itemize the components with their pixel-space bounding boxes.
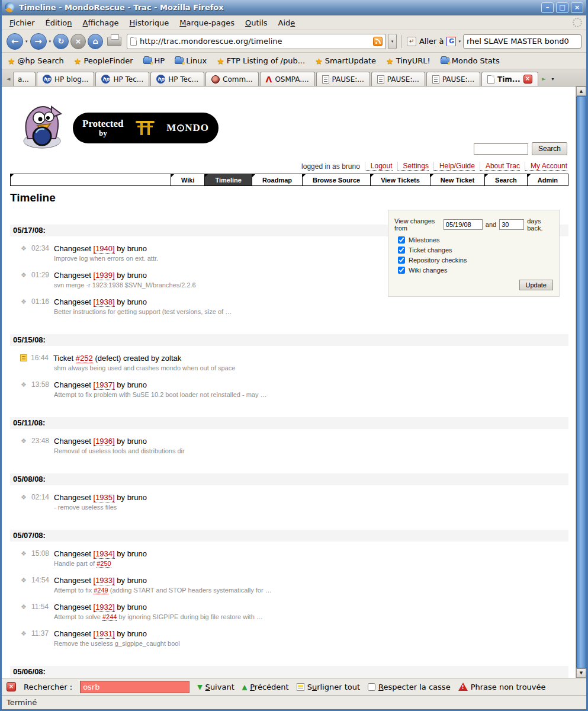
minimize-button[interactable]: – [541, 2, 554, 13]
nav-wiki[interactable]: Wiki [171, 174, 205, 186]
update-button[interactable]: Update [519, 280, 553, 290]
url-input[interactable] [140, 37, 370, 46]
menu-outils[interactable]: Outils [240, 17, 273, 29]
close-button[interactable]: × [571, 2, 583, 13]
ticket-ref-link[interactable]: #249 [94, 587, 108, 594]
tab-hp-blog[interactable]: hpHP blog... [37, 72, 94, 86]
bookmark-mondo-stats-folder[interactable]: Mondo Stats [441, 56, 500, 65]
trac-search-input[interactable] [474, 143, 528, 155]
home-button[interactable]: ⌂ [88, 34, 103, 49]
ticket-changes-row[interactable]: Ticket changes [398, 246, 553, 254]
match-case-toggle[interactable]: Respecter la casse [368, 683, 451, 691]
go-icon[interactable]: ↵ [407, 37, 416, 46]
bookmark-peoplefinder[interactable]: ★PeopleFinder [74, 56, 133, 66]
milestones-checkbox[interactable] [398, 236, 405, 244]
tab-list-dropdown[interactable]: ▾ [549, 72, 557, 86]
bookmark-smartupdate[interactable]: ★SmartUpdate [315, 56, 376, 66]
date-from-input[interactable] [444, 219, 483, 230]
repository-checkins-row[interactable]: Repository checkins [398, 257, 553, 264]
changeset-link[interactable]: [1939] [94, 271, 115, 280]
metanav-settings[interactable]: Settings [397, 162, 429, 171]
nav-admin[interactable]: Admin [527, 174, 568, 186]
metanav-my-account[interactable]: My Account [525, 162, 567, 171]
ticket-changes-checkbox[interactable] [398, 246, 405, 254]
nav-view-tickets[interactable]: View Tickets [370, 174, 430, 186]
tab-a[interactable]: a... [13, 72, 36, 86]
stop-button[interactable]: × [70, 34, 86, 49]
tab-timeline-active[interactable]: Tim...× [481, 72, 538, 86]
changeset-link[interactable]: [1934] [94, 549, 115, 559]
metanav-about-trac[interactable]: About Trac [480, 162, 520, 171]
scrollbar-thumb[interactable] [576, 96, 586, 668]
nav-new-ticket[interactable]: New Ticket [430, 174, 485, 186]
tab-pause-1[interactable]: PAUSE:... [316, 72, 370, 86]
scroll-up-icon[interactable]: ▲ [576, 87, 586, 96]
scroll-down-icon[interactable]: ▼ [576, 668, 586, 678]
highlight-all-button[interactable]: Surligner tout [297, 683, 360, 691]
go-button[interactable]: Aller à [418, 37, 445, 46]
repository-checkins-checkbox[interactable] [398, 257, 405, 264]
bookmark-hp-folder[interactable]: HP [143, 56, 165, 65]
menu-edition[interactable]: Édition [40, 17, 78, 29]
tab-pause-3[interactable]: PAUSE:... [426, 72, 480, 86]
tab-osmpa[interactable]: ΛOSMPA.... [260, 72, 315, 86]
nav-search[interactable]: Search [484, 174, 528, 186]
menu-marque-pages[interactable]: Marque-pages [174, 17, 240, 29]
forward-history-dropdown[interactable]: ▾ [49, 39, 52, 44]
changeset-link[interactable]: [1937] [94, 380, 115, 390]
menu-aide[interactable]: Aide [273, 17, 301, 29]
rss-feed-icon[interactable] [373, 37, 383, 46]
print-button[interactable] [107, 37, 121, 46]
tab-close-icon[interactable]: × [523, 75, 532, 84]
mondorescue-penguin-logo[interactable] [16, 102, 68, 152]
find-input[interactable] [80, 681, 189, 693]
changeset-link[interactable]: [1931] [94, 629, 115, 639]
tab-pause-2[interactable]: PAUSE:... [371, 72, 425, 86]
back-history-dropdown[interactable]: ▾ [25, 39, 28, 44]
web-search-input[interactable] [463, 34, 581, 49]
ticket-ref-link[interactable]: #244 [102, 613, 117, 621]
days-back-input[interactable] [499, 219, 524, 230]
trac-search-button[interactable]: Search [532, 142, 567, 155]
menu-affichage[interactable]: Affichage [78, 17, 124, 29]
reload-button[interactable]: ↻ [53, 34, 69, 49]
find-previous-button[interactable]: ▲Précédent [242, 683, 289, 691]
match-case-checkbox[interactable] [368, 683, 375, 691]
metanav-logout[interactable]: Logout [365, 162, 393, 171]
ticket-ref-link[interactable]: #250 [97, 560, 111, 568]
tab-hp-tec-1[interactable]: hpHP Tec... [95, 72, 149, 86]
scrollbar[interactable]: ▲ ▼ [576, 87, 586, 678]
tab-comm[interactable]: Comm... [205, 72, 259, 86]
wiki-changes-checkbox[interactable] [398, 267, 405, 274]
changeset-link[interactable]: [1932] [94, 603, 115, 612]
maximize-button[interactable]: □ [556, 2, 568, 13]
changeset-link[interactable]: [1933] [94, 576, 115, 585]
nav-roadmap[interactable]: Roadmap [252, 174, 303, 186]
wiki-changes-row[interactable]: Wiki changes [398, 267, 553, 274]
find-next-button[interactable]: ▼Suivant [197, 683, 234, 691]
back-button[interactable]: ← [7, 33, 23, 50]
find-close-button[interactable]: × [7, 682, 16, 691]
search-engine-dropdown[interactable]: ▾ [458, 39, 461, 44]
changeset-link[interactable]: [1938] [94, 297, 115, 307]
milestones-row[interactable]: Milestones [398, 236, 553, 244]
tab-scroll-left[interactable]: ◄ [4, 72, 13, 86]
google-icon[interactable]: G [446, 37, 456, 46]
bookmark-hp-search[interactable]: ★@hp Search [8, 56, 64, 66]
menu-historique[interactable]: Historique [124, 17, 175, 29]
changeset-link[interactable]: [1936] [94, 437, 115, 446]
bookmark-ftp-listing[interactable]: ★FTP Listing of /pub... [217, 56, 305, 66]
tab-hp-tec-2[interactable]: hpHP Tec... [150, 72, 204, 86]
changeset-link[interactable]: [1940] [94, 244, 115, 254]
nav-timeline[interactable]: Timeline [204, 174, 252, 186]
ticket-link[interactable]: #252 [76, 354, 93, 363]
menu-fichier[interactable]: Fichier [4, 17, 40, 29]
nav-browse-source[interactable]: Browse Source [302, 174, 371, 186]
bookmark-tinyurl[interactable]: ★TinyURL! [386, 56, 430, 66]
bookmark-linux-folder[interactable]: Linux [175, 56, 207, 65]
tab-scroll-right[interactable]: ► [539, 72, 549, 86]
changeset-link[interactable]: [1935] [94, 493, 115, 502]
forward-button[interactable]: → [30, 33, 47, 50]
metanav-help-guide[interactable]: Help/Guide [433, 162, 475, 171]
url-history-dropdown[interactable]: ▾ [388, 34, 397, 49]
